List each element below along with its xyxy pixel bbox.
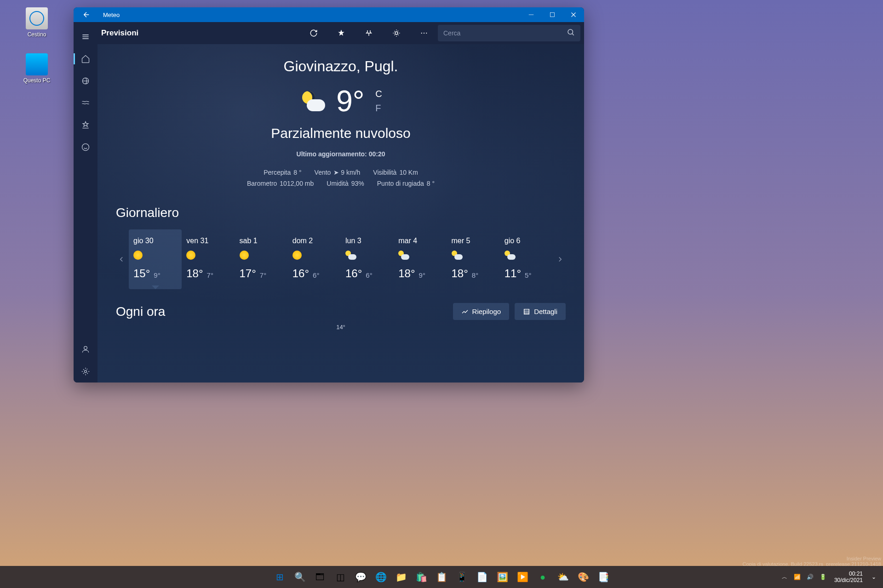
day-label: dom 2 — [292, 237, 336, 245]
day-weather-icon — [240, 251, 283, 260]
weather-taskbar-icon[interactable]: ⛅ — [554, 568, 572, 586]
day-low: 6° — [313, 271, 319, 280]
svg-point-12 — [395, 32, 398, 34]
day-weather-icon — [133, 251, 177, 260]
day-card[interactable]: gio 3015°9° — [129, 229, 182, 289]
this-pc[interactable]: Questo PC — [18, 53, 55, 84]
app-icon-6[interactable]: 📑 — [594, 568, 613, 586]
day-card[interactable]: lun 316°6° — [341, 229, 394, 289]
nav-rail — [74, 22, 97, 382]
nav-settings[interactable] — [74, 360, 97, 382]
dewpoint-label: Punto di rugiada — [377, 180, 424, 187]
daily-next-button[interactable] — [555, 241, 566, 278]
summary-button[interactable]: Riepilogo — [453, 303, 510, 320]
day-low: 8° — [472, 271, 478, 280]
store-icon[interactable]: 🛍️ — [412, 568, 430, 586]
tray-battery-icon[interactable]: 🔋 — [818, 570, 829, 584]
day-high: 18° — [398, 267, 415, 280]
tray-chevron-icon[interactable]: ︿ — [779, 570, 790, 584]
tray-volume-icon[interactable]: 🔊 — [805, 570, 816, 584]
edge-icon[interactable]: 🌐 — [372, 568, 390, 586]
window-title: Meteo — [103, 11, 521, 18]
last-updated: Ultimo aggiornamento: 00:20 — [116, 150, 566, 158]
back-button[interactable] — [77, 7, 96, 22]
day-card[interactable]: sab 117°7° — [235, 229, 288, 289]
svg-point-16 — [568, 29, 573, 34]
recycle-bin[interactable]: Cestino — [18, 7, 55, 38]
app-icon-5[interactable]: 🎨 — [574, 568, 592, 586]
current-conditions: 9° C F — [116, 84, 566, 118]
recycle-bin-label: Cestino — [18, 31, 55, 38]
humidity-value: 93% — [351, 180, 364, 187]
day-high: 16° — [292, 267, 309, 280]
nav-forecast[interactable] — [74, 48, 97, 70]
chat-icon[interactable]: 💬 — [351, 568, 370, 586]
favorite-button[interactable] — [327, 22, 355, 44]
nav-account[interactable] — [74, 338, 97, 360]
svg-point-10 — [84, 346, 87, 349]
svg-line-17 — [572, 34, 574, 35]
app-icon-2[interactable]: 📱 — [453, 568, 471, 586]
day-weather-icon — [398, 251, 442, 260]
feels-like-value: 8 ° — [293, 169, 301, 176]
show-desktop[interactable]: ⌄ — [868, 570, 879, 584]
refresh-button[interactable] — [300, 22, 327, 44]
taskbar: ⊞ 🔍 🗔 ◫ 💬 🌐 📁 🛍️ 📋 📱 📄 🖼️ ▶️ ● ⛅ 🎨 📑 ︿ 📶… — [0, 566, 883, 588]
barometer-label: Barometro — [247, 180, 277, 187]
unit-fahrenheit[interactable]: F — [375, 103, 382, 114]
pin-button[interactable] — [355, 22, 383, 44]
daily-prev-button[interactable] — [116, 241, 127, 278]
app-icon-1[interactable]: 📋 — [432, 568, 451, 586]
maximize-button[interactable] — [542, 7, 563, 22]
feels-like-label: Percepita — [264, 169, 291, 176]
svg-point-13 — [421, 33, 422, 34]
task-view-icon[interactable]: 🗔 — [311, 568, 329, 586]
explorer-icon[interactable]: 📁 — [392, 568, 410, 586]
nav-favorites[interactable] — [74, 114, 97, 136]
condition-text: Parzialmente nuvoloso — [116, 126, 566, 141]
day-card[interactable]: ven 3118°7° — [182, 229, 235, 289]
day-low: 6° — [366, 271, 372, 280]
nav-historical[interactable] — [74, 92, 97, 114]
day-card[interactable]: gio 611°5° — [500, 229, 553, 289]
app-icon-4[interactable]: 🖼️ — [493, 568, 511, 586]
current-weather-icon — [299, 90, 325, 112]
clock[interactable]: 00:21 30/dic/2021 — [831, 571, 866, 584]
humidity-label: Umidità — [327, 180, 348, 187]
search-taskbar-icon[interactable]: 🔍 — [291, 568, 309, 586]
evaluation-watermark: Insider Preview Copia di valutazione. Bu… — [743, 556, 882, 567]
daily-title: Giornaliero — [116, 206, 566, 220]
day-label: mer 5 — [452, 237, 495, 245]
day-card[interactable]: mar 418°9° — [394, 229, 447, 289]
nav-feedback[interactable] — [74, 136, 97, 158]
nav-maps[interactable] — [74, 70, 97, 92]
svg-point-15 — [426, 33, 427, 34]
unit-celsius[interactable]: C — [375, 89, 382, 99]
details-button[interactable]: Dettagli — [515, 303, 566, 320]
hourly-temp-marker: 14° — [116, 324, 566, 331]
search-box[interactable] — [438, 25, 580, 41]
hourly-title: Ogni ora — [116, 304, 165, 319]
day-card[interactable]: dom 216°6° — [288, 229, 341, 289]
brightness-button[interactable] — [383, 22, 410, 44]
media-player-icon[interactable]: ▶️ — [513, 568, 532, 586]
widgets-icon[interactable]: ◫ — [331, 568, 350, 586]
current-temp: 9° — [336, 84, 364, 118]
day-high: 18° — [452, 267, 468, 280]
svg-point-11 — [85, 371, 87, 373]
tray-network-icon[interactable]: 📶 — [792, 570, 803, 584]
location-name: Giovinazzo, Pugl. — [116, 58, 566, 75]
more-button[interactable] — [410, 22, 438, 44]
day-label: sab 1 — [240, 237, 283, 245]
search-input[interactable] — [443, 29, 567, 37]
day-card[interactable]: mer 518°8° — [447, 229, 500, 289]
clock-time: 00:21 — [834, 571, 863, 577]
day-weather-icon — [452, 251, 495, 260]
day-label: lun 3 — [345, 237, 389, 245]
spotify-icon[interactable]: ● — [533, 568, 552, 586]
hamburger-menu[interactable] — [74, 26, 97, 48]
close-button[interactable] — [563, 7, 584, 22]
minimize-button[interactable] — [521, 7, 542, 22]
app-icon-3[interactable]: 📄 — [473, 568, 491, 586]
start-button[interactable]: ⊞ — [270, 568, 289, 586]
